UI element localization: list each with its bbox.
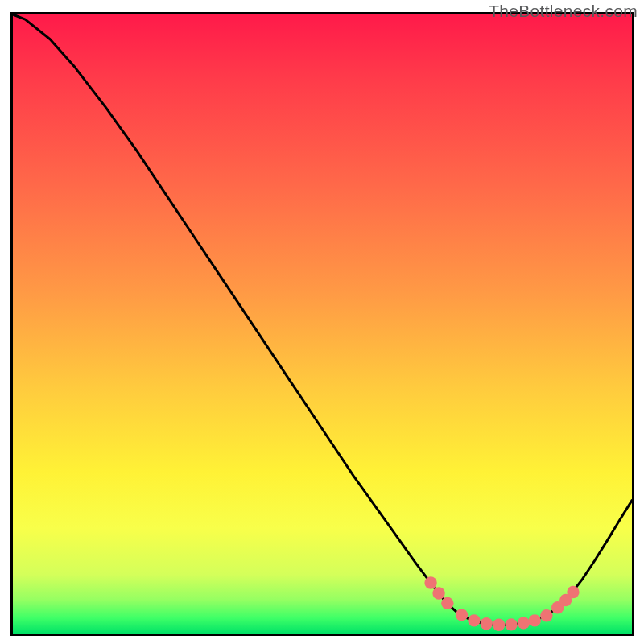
optimal-range-marker: [432, 587, 444, 599]
optimal-range-marker: [441, 597, 453, 609]
optimal-range-marker: [493, 619, 505, 631]
watermark-text: TheBottleneck.com: [489, 2, 638, 21]
optimal-range-marker: [481, 617, 493, 630]
chart-svg: [0, 0, 644, 644]
optimal-range-marker: [468, 614, 480, 626]
optimal-range-marker: [424, 576, 436, 588]
bottleneck-chart: TheBottleneck.com: [0, 0, 644, 644]
optimal-range-marker: [518, 617, 530, 629]
optimal-range-marker: [540, 609, 552, 621]
optimal-range-marker: [456, 609, 468, 621]
optimal-range-marker: [529, 614, 541, 626]
optimal-range-marker: [567, 586, 579, 598]
optimal-range-marker: [505, 618, 517, 630]
